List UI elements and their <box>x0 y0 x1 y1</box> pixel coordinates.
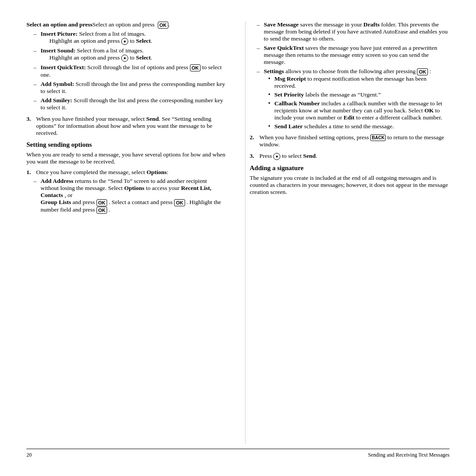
add-address-text2: to access your <box>146 185 181 191</box>
step-2-right-text: When you have finished setting options, … <box>260 134 450 148</box>
left-column: Select an option and press Select an opt… <box>26 21 231 444</box>
ok-box-quicktext: OK <box>190 64 201 71</box>
back-button: BACK <box>370 134 386 141</box>
send-bold-right: Send <box>303 152 316 159</box>
step-2-block: Select an option and press Select an opt… <box>26 21 227 111</box>
select-2: Select <box>136 54 151 61</box>
insert-quicktext-text: Scroll through the list of options and p… <box>87 64 190 71</box>
callback-label: Callback Number <box>275 100 320 107</box>
add-address-select-contact: . Select a contact and press <box>108 199 174 205</box>
dot-callback: • <box>268 100 275 121</box>
step-1-sending-main: 1. Once you have completed the message, … <box>26 169 227 176</box>
page-number: 20 <box>26 452 32 458</box>
right-bullets-top: – Save Message saves the message in your… <box>256 21 450 132</box>
step-1-bullets: – Add Address returns to the “Send To” s… <box>33 178 227 214</box>
save-message-text1: saves the message in your <box>300 21 364 28</box>
main-content: Select an option and press Select an opt… <box>26 21 450 444</box>
send-later-label: Send Later <box>275 123 303 130</box>
sub-bullet-set-priority: • Set Priority labels the message as “Ur… <box>268 91 450 98</box>
callback-content: Callback Number includes a callback numb… <box>275 100 450 121</box>
insert-sound-label: Insert Sound: <box>41 47 75 54</box>
add-address-label: Add Address <box>41 178 73 184</box>
bullet-save-message: – Save Message saves the message in your… <box>256 21 450 42</box>
step-2-right-main: 2. When you have finished setting option… <box>250 134 450 148</box>
signature-para: The signature you create is included at … <box>250 175 450 196</box>
edit-word-callback: Edit <box>344 114 355 121</box>
add-symbol-label: Add Symbol: <box>41 81 74 87</box>
send-later-text: schedules a time to send the message. <box>304 123 394 130</box>
add-address-group-line: Group Lists and press OK . Select a cont… <box>41 199 221 213</box>
bullet-insert-picture: – Insert Picture: Select from a list of … <box>33 30 227 45</box>
step-3-right-main: 3. Press ● to select Send. <box>250 152 450 160</box>
settings-label: Settings <box>264 68 284 74</box>
ok-box-address3: OK <box>97 207 108 214</box>
dash-2: – <box>33 47 41 62</box>
step-2-right-block: 2. When you have finished setting option… <box>250 134 450 148</box>
insert-picture-text: Select from a list of images. <box>79 30 145 37</box>
dash-1: – <box>33 30 41 45</box>
step-3-text: When you have finished your message, sel… <box>36 115 227 137</box>
dash-4: – <box>33 81 41 95</box>
insert-picture-sub: Highlight an option and press ● to Selec… <box>49 37 152 44</box>
bullet-insert-sound: – Insert Sound: Select from a list of im… <box>33 47 227 62</box>
set-priority-content: Set Priority labels the message as “Urge… <box>275 91 450 98</box>
step-3-right-number: 3. <box>250 152 260 160</box>
footer: 20 Sending and Receiving Text Messages <box>26 449 450 458</box>
ok-box-address2: OK <box>174 199 185 206</box>
sending-options-para: When you are ready to send a message, yo… <box>26 151 227 165</box>
step-1-sending-number: 1. <box>26 169 36 176</box>
section-heading-signature: Adding a signature <box>250 164 450 172</box>
insert-picture-label: Insert Picture: <box>41 30 78 37</box>
settings-text2: : <box>429 68 431 74</box>
bullet-insert-quicktext: – Insert QuickText: Scroll through the l… <box>33 64 227 78</box>
step-2-text: Select an option and press OK. <box>93 21 227 29</box>
set-priority-text: labels the message as “Urgent.” <box>305 91 381 98</box>
select-1: Select <box>136 37 151 44</box>
ok-box-settings: OK <box>417 68 428 75</box>
bullet-add-symbol: – Add Symbol: Scroll through the list an… <box>33 81 227 95</box>
bullet-add-smiley: – Add Smiley: Scroll through the list an… <box>33 97 227 111</box>
ok-box-address1: OK <box>97 199 108 206</box>
dash-save-quicktext: – <box>256 45 264 66</box>
sub-bullet-msg-receipt: • Msg Receipt to request notification wh… <box>268 75 450 89</box>
options-bold: Options <box>146 169 167 175</box>
page: Select an option and press Select an opt… <box>0 0 476 476</box>
step-2-main: Select an option and press Select an opt… <box>26 21 227 29</box>
step-2-bullets: – Insert Picture: Select from a list of … <box>33 30 227 111</box>
ok-button-1: OK <box>158 22 169 29</box>
drafts-label: Drafts <box>364 21 380 28</box>
settings-text1: allows you to choose from the following … <box>286 68 417 74</box>
step-1-sending-block: 1. Once you have completed the message, … <box>26 169 227 214</box>
options-word: Options <box>124 185 145 191</box>
insert-picture-content: Insert Picture: Select from a list of im… <box>41 30 227 45</box>
add-symbol-content: Add Symbol: Scroll through the list and … <box>41 81 227 95</box>
settings-subbullets: • Msg Receipt to request notification wh… <box>268 75 450 130</box>
step-2-number: Select an option and press <box>26 21 93 29</box>
insert-quicktext-content: Insert QuickText: Scroll through the lis… <box>41 64 227 78</box>
add-address-final-dot: . <box>109 206 110 213</box>
send-later-content: Send Later schedules a time to send the … <box>275 123 450 130</box>
dot-set-priority: • <box>268 91 275 98</box>
right-column: – Save Message saves the message in your… <box>245 21 450 444</box>
step-1-sending-text: Once you have completed the message, sel… <box>36 169 227 176</box>
step2-intro-text: Select an option and press <box>93 21 155 28</box>
center-btn-1: ● <box>121 38 128 45</box>
dash-3: – <box>33 64 41 78</box>
msg-receipt-label: Msg Receipt <box>275 75 306 82</box>
step-3-right-block: 3. Press ● to select Send. <box>250 152 450 160</box>
step-3-number: 3. <box>26 115 36 137</box>
insert-sound-text: Select from a list of images. <box>77 47 144 54</box>
save-message-content: Save Message saves the message in your D… <box>264 21 450 42</box>
sub-bullet-send-later: • Send Later schedules a time to send th… <box>268 123 450 130</box>
step-3-main: 3. When you have finished your message, … <box>26 115 227 137</box>
insert-quicktext-label: Insert QuickText: <box>41 64 86 71</box>
dash-save-message: – <box>256 21 264 42</box>
settings-content: Settings allows you to choose from the f… <box>264 68 450 132</box>
save-message-label: Save Message <box>264 21 299 28</box>
dot-send-later: • <box>268 123 275 130</box>
step-3-block: 3. When you have finished your message, … <box>26 115 227 137</box>
sub-bullet-callback: • Callback Number includes a callback nu… <box>268 100 450 121</box>
add-address-and-press: and press <box>73 199 97 205</box>
ok-word-callback: OK <box>424 107 434 114</box>
set-priority-label: Set Priority <box>275 91 304 98</box>
